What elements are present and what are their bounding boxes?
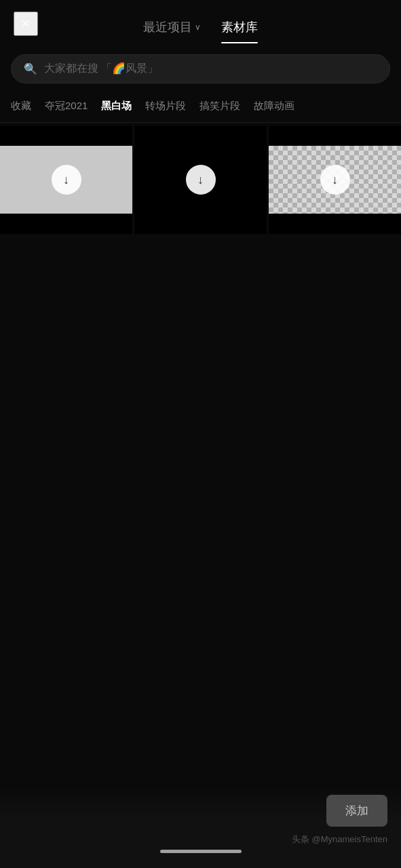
download-icon-3: ↓ — [332, 174, 338, 186]
search-input-wrapper[interactable]: 🔍 大家都在搜 「🌈风景」 — [11, 54, 390, 83]
category-tab-blackwhite[interactable]: 黑白场 — [101, 97, 132, 115]
watermark-row: 头条 @MynameisTenten — [0, 833, 401, 850]
black-bar-bottom-1 — [0, 214, 132, 234]
download-icon-1: ↓ — [63, 174, 69, 186]
bottom-bar: 添加 头条 @MynameisTenten — [0, 787, 401, 868]
category-tabs: 收藏 夺冠2021 黑白场 转场片段 搞笑片段 故障动画 — [0, 93, 401, 123]
tab-library[interactable]: 素材库 — [221, 19, 258, 35]
watermark-text: 头条 @MynameisTenten — [292, 833, 387, 846]
black-bar-top-1 — [0, 125, 132, 146]
category-tab-transition[interactable]: 转场片段 — [145, 97, 186, 115]
add-button-row: 添加 — [0, 795, 401, 833]
nav-tabs: 最近项目 ∨ 素材库 — [143, 19, 258, 35]
close-icon: × — [22, 15, 31, 33]
category-tab-favorites[interactable]: 收藏 — [11, 97, 31, 115]
top-bar: × 最近项目 ∨ 素材库 — [0, 0, 401, 47]
tab-recent-label: 最近项目 — [143, 19, 192, 35]
home-indicator-bar — [160, 850, 242, 853]
media-card-1[interactable]: ↓ — [0, 125, 132, 234]
search-placeholder: 大家都在搜 「🌈风景」 — [44, 62, 158, 76]
close-button[interactable]: × — [14, 12, 38, 36]
tab-library-label: 素材库 — [221, 19, 258, 35]
home-indicator — [0, 850, 401, 857]
chevron-down-icon: ∨ — [195, 22, 201, 32]
black-bar-bottom-2 — [134, 214, 267, 234]
download-button-1[interactable]: ↓ — [52, 165, 81, 195]
add-button[interactable]: 添加 — [326, 795, 387, 827]
content-grid: ↓ ↓ ↓ — [0, 123, 401, 237]
media-card-2[interactable]: ↓ — [134, 125, 267, 234]
media-card-3[interactable]: ↓ — [269, 125, 401, 234]
black-bar-top-3 — [269, 125, 401, 146]
category-tab-glitch[interactable]: 故障动画 — [254, 97, 294, 115]
download-button-3[interactable]: ↓ — [320, 165, 350, 195]
download-button-2[interactable]: ↓ — [186, 165, 216, 195]
category-tab-champion2021[interactable]: 夺冠2021 — [45, 97, 88, 115]
category-tab-funny[interactable]: 搞笑片段 — [199, 97, 240, 115]
search-bar: 🔍 大家都在搜 「🌈风景」 — [0, 47, 401, 93]
download-icon-2: ↓ — [197, 174, 204, 186]
black-bar-bottom-3 — [269, 214, 401, 234]
black-bar-top-2 — [134, 125, 267, 146]
tab-recent[interactable]: 最近项目 ∨ — [143, 19, 201, 35]
search-icon: 🔍 — [24, 62, 37, 75]
